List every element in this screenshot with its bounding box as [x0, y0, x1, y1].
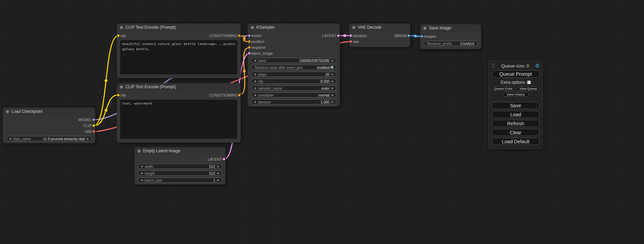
node-title-bar[interactable]: CLIP Text Encode (Prompt) — [117, 83, 241, 91]
widget-random-seed[interactable]: Random seed after every gen enabled — [251, 65, 336, 70]
refresh-button[interactable]: Refresh — [492, 120, 540, 127]
increment-arrow-icon[interactable]: ▶ — [217, 172, 219, 175]
port-clip-input[interactable] — [117, 93, 120, 97]
node-graph-canvas[interactable]: Load Checkpoint MODEL CLIP VAE ◀ ckpt_na… — [0, 0, 644, 244]
widget-sampler-name[interactable]: ◀ sampler_name euler ▶ — [251, 85, 336, 91]
slot-row: images — [424, 33, 478, 39]
prompt-textarea[interactable]: beautiful scenery nature glass bottle la… — [120, 40, 237, 74]
node-save-image[interactable]: Save Image images filename_prefix ComfyU… — [420, 24, 481, 49]
node-title-bar[interactable]: KSampler — [248, 24, 340, 31]
decrement-arrow-icon[interactable]: ◀ — [141, 172, 143, 175]
port-latent-output[interactable] — [337, 34, 340, 37]
port-conditioning-output[interactable] — [238, 34, 241, 37]
slot-row: negative — [251, 44, 336, 50]
node-ksampler[interactable]: KSampler model LATENT positive negative … — [248, 24, 340, 107]
widget-value: 512 — [209, 171, 215, 175]
queue-front-button[interactable]: Queue Front — [492, 86, 515, 91]
decrement-arrow-icon[interactable]: ◀ — [254, 73, 256, 76]
node-status-dot[interactable] — [138, 150, 141, 153]
decrement-arrow-icon[interactable]: ◀ — [254, 87, 256, 90]
increment-arrow-icon[interactable]: ▶ — [87, 137, 89, 140]
port-negative-input[interactable] — [248, 46, 251, 49]
decrement-arrow-icon[interactable]: ◀ — [254, 80, 256, 83]
prompt-textarea[interactable]: text, watermark — [120, 100, 237, 139]
node-title-bar[interactable]: Save Image — [420, 24, 481, 32]
widget-batch-size[interactable]: ◀ batch_size 1 ▶ — [138, 178, 222, 183]
port-latent-output[interactable] — [222, 157, 226, 161]
port-model-input[interactable] — [248, 34, 251, 37]
widget-label: width — [145, 164, 153, 169]
port-images-input[interactable] — [420, 35, 423, 38]
queue-prompt-button[interactable]: Queue Prompt — [492, 70, 540, 78]
increment-arrow-icon[interactable]: ▶ — [332, 101, 334, 103]
widget-label: seed — [258, 58, 266, 63]
widget-height[interactable]: ◀ height 512 ▶ — [138, 171, 222, 176]
widget-denoise[interactable]: ◀ denoise 1.000 ▶ — [251, 99, 336, 105]
port-image-output[interactable] — [407, 34, 410, 37]
widget-value: euler — [321, 86, 329, 90]
view-queue-button[interactable]: View Queue — [517, 86, 540, 91]
decrement-arrow-icon[interactable]: ◀ — [141, 165, 143, 168]
node-status-dot[interactable] — [6, 110, 9, 113]
extra-options-label: Extra options — [501, 80, 525, 85]
decrement-arrow-icon[interactable]: ◀ — [254, 101, 256, 103]
node-load-checkpoint[interactable]: Load Checkpoint MODEL CLIP VAE ◀ ckpt_na… — [3, 108, 95, 143]
port-positive-input[interactable] — [248, 40, 251, 43]
port-vae-input[interactable] — [349, 40, 352, 43]
widget-filename-prefix[interactable]: filename_prefix ComfyUI — [424, 41, 478, 46]
port-clip-output[interactable] — [92, 124, 95, 127]
load-button[interactable]: Load — [492, 111, 540, 118]
increment-arrow-icon[interactable]: ▶ — [332, 59, 334, 62]
port-conditioning-output[interactable] — [238, 93, 241, 97]
decrement-arrow-icon[interactable]: ◀ — [254, 94, 256, 97]
node-clip-text-encode-positive[interactable]: CLIP Text Encode (Prompt) clip CONDITION… — [117, 24, 241, 78]
node-status-dot[interactable] — [352, 26, 355, 29]
slot-row: positive — [251, 38, 336, 44]
slot-row: CLIP — [6, 123, 92, 128]
decrement-arrow-icon[interactable]: ◀ — [254, 59, 256, 62]
port-samples-input[interactable] — [349, 34, 352, 37]
widget-scheduler[interactable]: ◀ scheduler normal ▶ — [251, 92, 336, 98]
increment-arrow-icon[interactable]: ▶ — [217, 165, 219, 168]
port-model-output[interactable] — [92, 118, 95, 121]
increment-arrow-icon[interactable]: ▶ — [332, 80, 334, 83]
widget-ckpt-name[interactable]: ◀ ckpt_name v1-5-pruned-emaonly.ckpt ▶ — [6, 136, 92, 141]
link-center-dot — [414, 35, 417, 37]
node-title: Empty Latent Image — [143, 148, 180, 153]
node-status-dot[interactable] — [120, 85, 123, 89]
node-title-bar[interactable]: VAE Decode — [349, 24, 410, 31]
random-seed-toggle[interactable] — [330, 66, 334, 69]
node-status-dot[interactable] — [251, 26, 254, 29]
port-vae-output[interactable] — [92, 130, 95, 133]
widget-width[interactable]: ◀ width 512 ▶ — [138, 164, 222, 169]
output-label-vae: VAE — [85, 129, 92, 134]
node-title-bar[interactable]: Load Checkpoint — [3, 108, 95, 115]
link-center-dot — [105, 79, 107, 82]
port-latent-image-input[interactable] — [248, 52, 251, 55]
widget-steps[interactable]: ◀ steps 20 ▶ — [251, 72, 336, 77]
increment-arrow-icon[interactable]: ▶ — [217, 179, 219, 182]
decrement-arrow-icon[interactable]: ◀ — [141, 179, 143, 182]
extra-options-checkbox[interactable] — [527, 81, 531, 84]
decrement-arrow-icon[interactable]: ◀ — [9, 137, 11, 140]
increment-arrow-icon[interactable]: ▶ — [332, 87, 334, 90]
widget-cfg[interactable]: ◀ cfg 8.000 ▶ — [251, 79, 336, 84]
increment-arrow-icon[interactable]: ▶ — [332, 73, 334, 76]
input-label-samples: samples — [353, 34, 367, 38]
clear-button[interactable]: Clear — [492, 129, 540, 136]
settings-gear-icon[interactable]: ⚙ — [535, 63, 540, 69]
port-clip-input[interactable] — [117, 34, 120, 37]
node-title-bar[interactable]: CLIP Text Encode (Prompt) — [117, 24, 241, 31]
node-status-dot[interactable] — [120, 26, 123, 29]
view-history-button[interactable]: View History — [503, 92, 529, 97]
load-default-button[interactable]: Load Default — [492, 138, 540, 145]
increment-arrow-icon[interactable]: ▶ — [332, 94, 334, 97]
node-status-dot[interactable] — [423, 27, 426, 30]
node-title-bar[interactable]: Empty Latent Image — [134, 147, 226, 155]
node-vae-decode[interactable]: VAE Decode samples IMAGE vae — [349, 24, 410, 47]
widget-seed[interactable]: ◀ seed 156680208700286 ▶ — [251, 58, 336, 63]
node-clip-text-encode-negative[interactable]: CLIP Text Encode (Prompt) clip CONDITION… — [117, 83, 241, 143]
menu-drag-handle-icon[interactable] — [492, 63, 495, 69]
save-button[interactable]: Save — [492, 102, 540, 109]
node-empty-latent-image[interactable]: Empty Latent Image LATENT ◀ width 512 ▶ … — [134, 147, 226, 184]
